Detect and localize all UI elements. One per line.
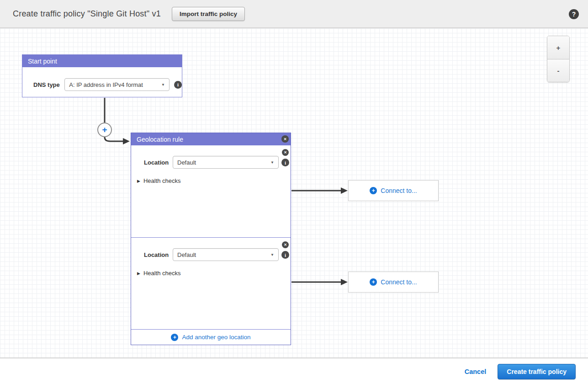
add-geo-location-link[interactable]: + Add another geo location [131,329,291,345]
geo-location-section: ✕ Location Default ▼ i ▶ Health checks [131,237,291,330]
plus-circle-icon: + [370,187,377,194]
add-geo-location-label: Add another geo location [182,334,250,341]
connect-to-target[interactable]: + Connect to... [348,180,439,201]
start-point-node: Start point DNS type A: IP address in IP… [22,54,182,97]
geo-location-section: ✕ Location Default ▼ i ▶ Health checks [131,145,291,237]
expander-triangle-icon: ▶ [137,271,140,276]
create-traffic-policy-page: Create traffic policy "Single Git Host" … [0,0,588,384]
create-traffic-policy-button[interactable]: Create traffic policy [498,364,576,379]
health-checks-label: Health checks [143,270,181,277]
health-checks-expander[interactable]: ▶ Health checks [137,177,181,184]
geolocation-rule-close-icon[interactable]: ✕ [281,135,289,143]
chevron-down-icon: ▼ [161,83,165,87]
location-label: Location [144,251,171,258]
dns-type-label: DNS type [33,81,63,88]
chevron-down-icon: ▼ [270,160,274,165]
zoom-controls: + - [547,36,570,82]
page-title: Create traffic policy "Single Git Host" … [13,9,161,19]
help-icon[interactable]: ? [569,9,579,19]
location-select[interactable]: Default ▼ [173,248,279,261]
dns-type-info-icon[interactable]: i [174,81,182,89]
location-select[interactable]: Default ▼ [173,156,279,169]
health-checks-label: Health checks [143,177,181,184]
geolocation-rule-title: Geolocation rule [137,136,183,143]
top-header-bar: Create traffic policy "Single Git Host" … [0,0,588,28]
start-point-title: Start point [28,58,57,65]
policy-editor-canvas: Start point DNS type A: IP address in IP… [0,28,588,358]
connect-to-target[interactable]: + Connect to... [348,272,439,293]
geo-section-close-icon[interactable]: ✕ [282,149,289,156]
dns-type-select[interactable]: A: IP address in IPv4 format ▼ [64,78,170,91]
import-traffic-policy-button[interactable]: Import traffic policy [172,7,245,21]
connect-to-label: Connect to... [381,187,417,194]
geolocation-rule-header: Geolocation rule ✕ [131,133,291,145]
location-selected-value: Default [177,251,268,258]
location-info-icon[interactable]: i [281,159,289,166]
zoom-in-button[interactable]: + [547,36,569,59]
geolocation-rule-node: Geolocation rule ✕ ✕ Location Default ▼ [131,133,291,345]
plus-circle-icon: + [370,278,377,286]
expander-triangle-icon: ▶ [137,179,140,183]
zoom-out-button[interactable]: - [547,59,569,82]
location-label: Location [144,159,171,166]
footer-action-bar: Cancel Create traffic policy [0,359,588,384]
cancel-link[interactable]: Cancel [465,368,487,375]
start-point-header: Start point [22,55,182,67]
connector-plus-icon[interactable]: + [97,123,112,137]
dns-type-selected-value: A: IP address in IPv4 format [69,81,159,88]
chevron-down-icon: ▼ [270,253,274,257]
location-info-icon[interactable]: i [281,251,289,259]
plus-circle-icon: + [171,334,178,341]
health-checks-expander[interactable]: ▶ Health checks [137,270,181,277]
geo-section-close-icon[interactable]: ✕ [282,241,289,248]
location-selected-value: Default [177,159,268,166]
connect-to-label: Connect to... [381,278,417,286]
